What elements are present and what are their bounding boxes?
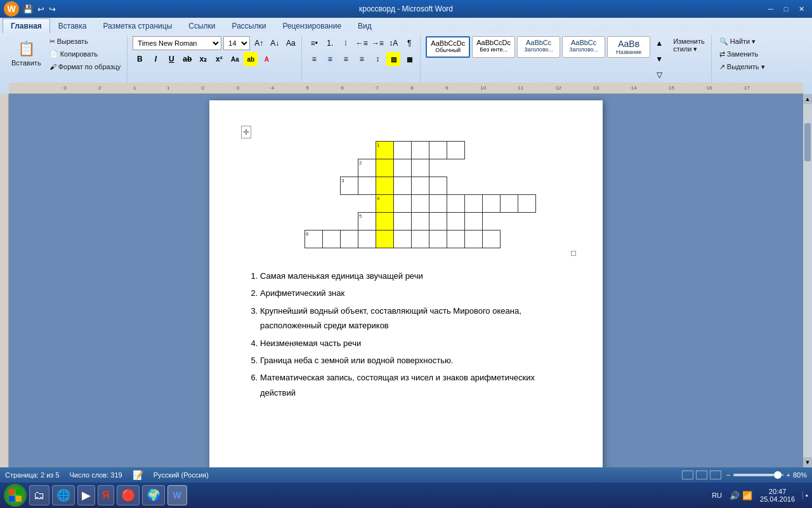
empty-cell bbox=[447, 159, 465, 177]
maximize-button[interactable]: □ bbox=[779, 3, 793, 15]
style-no-spacing[interactable]: AaBbCcDcБез инте... bbox=[472, 36, 515, 58]
resize-handle[interactable] bbox=[571, 251, 576, 256]
paste-button[interactable]: 📋 Вставить bbox=[8, 36, 45, 69]
styles-more[interactable]: ▽ bbox=[652, 68, 666, 82]
clear-format-btn[interactable]: Aa bbox=[284, 36, 298, 50]
strikethrough-button[interactable]: ab bbox=[180, 52, 194, 66]
decrease-font-btn[interactable]: A↓ bbox=[268, 36, 282, 50]
view-layout-btn[interactable] bbox=[696, 471, 707, 479]
taskbar-media[interactable]: ▶ bbox=[77, 485, 95, 505]
align-left-btn[interactable]: ≡ bbox=[307, 52, 321, 66]
scroll-up-btn[interactable]: ▲ bbox=[803, 94, 812, 104]
highlight-btn[interactable]: ab bbox=[244, 52, 258, 66]
zoom-in-btn[interactable]: + bbox=[787, 471, 790, 479]
tray-network[interactable]: 📶 bbox=[742, 491, 752, 500]
view-read-btn[interactable] bbox=[710, 471, 721, 479]
tray-speaker[interactable]: 🔊 bbox=[730, 491, 740, 500]
empty-cell bbox=[518, 213, 536, 231]
format-painter-button[interactable]: 🖌 Формат по образцу bbox=[47, 62, 124, 72]
taskbar-explorer[interactable]: 🗂 bbox=[29, 485, 49, 505]
zoom-thumb[interactable] bbox=[774, 471, 782, 479]
bold-button[interactable]: B bbox=[133, 52, 147, 66]
cell-number: 3 bbox=[341, 178, 344, 184]
horizontal-ruler: ·3·2·11·2·3·4·5·6·7·8·9·10·11·12·13·14·1… bbox=[9, 83, 803, 94]
style-heading2[interactable]: AaBbCcЗаголово... bbox=[562, 36, 605, 58]
line-spacing-btn[interactable]: ↕ bbox=[370, 52, 384, 66]
tab-mailings[interactable]: Рассылки bbox=[224, 18, 275, 33]
align-center-btn[interactable]: ≡ bbox=[323, 52, 337, 66]
zoom-slider[interactable] bbox=[733, 474, 784, 476]
styles-scroll-down[interactable]: ▼ bbox=[652, 52, 666, 66]
italic-button[interactable]: I bbox=[148, 52, 162, 66]
start-button[interactable] bbox=[4, 484, 27, 507]
office-button[interactable]: W bbox=[4, 1, 19, 17]
justify-btn[interactable]: ≡ bbox=[355, 52, 369, 66]
word-cell bbox=[412, 177, 429, 195]
numbering-btn[interactable]: 1. bbox=[323, 36, 337, 50]
show-desktop[interactable]: ▪ bbox=[802, 491, 808, 499]
tab-references[interactable]: Ссылки bbox=[180, 18, 223, 33]
table-move-handle[interactable]: ✛ bbox=[241, 126, 251, 138]
font-size-select[interactable]: 14 bbox=[223, 36, 250, 50]
multilevel-btn[interactable]: ⁝ bbox=[339, 36, 353, 50]
document-page: ✛ 1 bbox=[209, 100, 603, 467]
tab-home[interactable]: Главная bbox=[3, 18, 50, 33]
minimize-button[interactable]: ─ bbox=[764, 3, 778, 15]
cut-button[interactable]: ✂ Вырезать bbox=[47, 36, 124, 47]
select-btn[interactable]: ↗ Выделить ▾ bbox=[717, 62, 768, 72]
taskbar-ie[interactable]: 🌐 bbox=[52, 485, 75, 505]
empty-cell bbox=[447, 177, 465, 195]
style-heading1[interactable]: AaBbCcЗаголово... bbox=[517, 36, 560, 58]
styles-scroll-up[interactable]: ▲ bbox=[652, 36, 666, 50]
bullets-btn[interactable]: ≡• bbox=[307, 36, 321, 50]
font-color2-btn[interactable]: A bbox=[259, 52, 273, 66]
redo-quick-btn[interactable]: ↪ bbox=[48, 3, 57, 15]
taskbar-yandex[interactable]: Я bbox=[98, 485, 114, 505]
find-btn[interactable]: 🔍 Найти ▾ bbox=[717, 36, 768, 47]
style-normal[interactable]: AaBbCcDcОбычный bbox=[426, 36, 470, 58]
spell-icon[interactable]: 📝 bbox=[133, 470, 143, 480]
taskbar-word[interactable]: W bbox=[167, 485, 187, 505]
vertical-scrollbar[interactable]: ▲ ▼ bbox=[803, 94, 812, 467]
shading-btn[interactable]: ▨ bbox=[386, 52, 400, 66]
quick-access-toolbar: 💾 ↩ ↪ bbox=[22, 3, 57, 15]
zoom-out-btn[interactable]: − bbox=[726, 471, 730, 479]
language-status[interactable]: Русский (Россия) bbox=[154, 471, 209, 479]
subscript-button[interactable]: x₂ bbox=[196, 52, 210, 66]
borders-btn[interactable]: ▦ bbox=[402, 52, 416, 66]
align-right-btn[interactable]: ≡ bbox=[339, 52, 353, 66]
taskbar-yandex2[interactable]: 🔴 bbox=[117, 485, 140, 505]
clock[interactable]: 20:47 25.04.2016 bbox=[760, 488, 795, 503]
tab-view[interactable]: Вид bbox=[350, 18, 380, 33]
tab-review[interactable]: Рецензирование bbox=[274, 18, 350, 33]
underline-button[interactable]: U bbox=[164, 52, 178, 66]
empty-cell bbox=[305, 142, 323, 159]
save-quick-btn[interactable]: 💾 bbox=[22, 3, 34, 15]
scroll-thumb[interactable] bbox=[804, 123, 811, 161]
copy-button[interactable]: 📄 Копировать bbox=[47, 49, 124, 60]
increase-indent-btn[interactable]: →≡ bbox=[370, 36, 384, 50]
empty-cell bbox=[305, 177, 323, 195]
empty-cell bbox=[305, 159, 323, 177]
style-title[interactable]: AaВвНазвание bbox=[607, 36, 650, 58]
font-name-select[interactable]: Times New Roman bbox=[133, 36, 221, 50]
word-cell bbox=[412, 213, 429, 231]
view-normal-btn[interactable] bbox=[682, 471, 693, 479]
scroll-down-btn[interactable]: ▼ bbox=[803, 457, 812, 467]
change-styles-btn[interactable]: Изменитьстили ▾ bbox=[671, 36, 707, 55]
increase-font-btn[interactable]: A↑ bbox=[252, 36, 266, 50]
show-marks-btn[interactable]: ¶ bbox=[402, 36, 416, 50]
clue-item-6: Математическая запись, состоящая из чисе… bbox=[260, 370, 571, 400]
tab-insert[interactable]: Вставка bbox=[50, 18, 95, 33]
decrease-indent-btn[interactable]: ←≡ bbox=[355, 36, 369, 50]
clue-item-1: Самая маленькая единица звучащей речи bbox=[260, 269, 571, 283]
superscript-button[interactable]: x² bbox=[212, 52, 226, 66]
font-color-btn[interactable]: Aa bbox=[228, 52, 242, 66]
taskbar-chrome[interactable]: 🌍 bbox=[142, 485, 165, 505]
close-button[interactable]: ✕ bbox=[794, 3, 808, 15]
undo-quick-btn[interactable]: ↩ bbox=[36, 3, 46, 15]
tab-layout[interactable]: Разметка страницы bbox=[95, 18, 180, 33]
replace-btn[interactable]: ⇄ Заменить bbox=[717, 49, 768, 60]
cell-number: 1 bbox=[377, 142, 379, 148]
sort-btn[interactable]: ↕A bbox=[386, 36, 400, 50]
